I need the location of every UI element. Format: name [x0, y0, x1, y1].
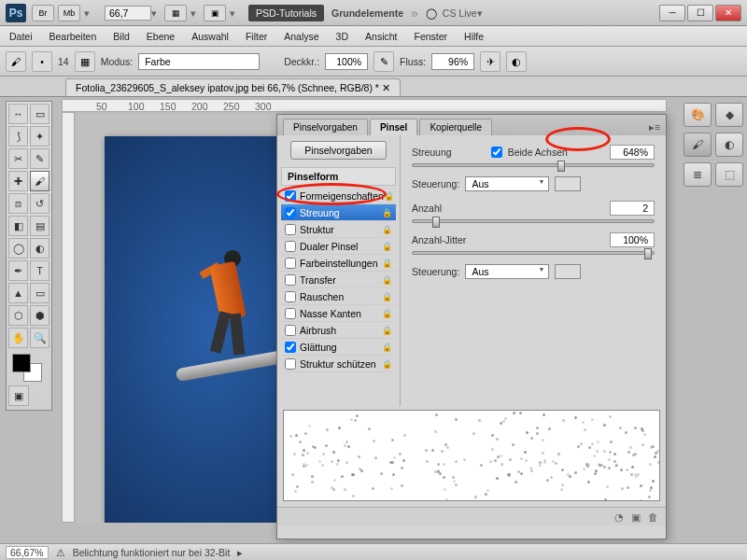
path-select-tool[interactable]: ▲ — [8, 283, 28, 303]
workspace-grundelemente[interactable]: Grundelemente — [331, 7, 403, 19]
count-jitter-value[interactable]: 100% — [610, 232, 655, 247]
pressure-opacity-icon[interactable]: ✎ — [374, 51, 394, 72]
menu-ansicht[interactable]: Ansicht — [365, 31, 397, 42]
option-checkbox[interactable] — [285, 291, 296, 302]
brush-tool-icon[interactable]: 🖌 — [6, 51, 26, 72]
dodge-tool[interactable]: ◐ — [30, 238, 49, 259]
maximize-button[interactable]: ☐ — [687, 5, 713, 21]
hand-tool[interactable]: ✋ — [8, 328, 28, 348]
status-chevron-icon[interactable]: ▸ — [237, 547, 243, 558]
color-swatch[interactable] — [8, 352, 49, 385]
option-checkbox[interactable] — [285, 224, 296, 235]
menu-auswahl[interactable]: Auswahl — [191, 31, 229, 42]
menu-ebene[interactable]: Ebene — [147, 31, 175, 42]
brush-option-nasse-kanten[interactable]: Nasse Kanten🔒 — [281, 305, 396, 322]
opacity-field[interactable]: 100% — [325, 53, 368, 70]
pen-tool[interactable]: ✒ — [8, 260, 28, 281]
menu-3d[interactable]: 3D — [336, 31, 348, 42]
close-tab-icon[interactable]: ✕ — [382, 82, 390, 93]
brush-option-farbeinstellungen[interactable]: Farbeinstellungen🔒 — [281, 255, 396, 272]
menu-bearbeiten[interactable]: Bearbeiten — [49, 31, 97, 42]
move-tool[interactable]: ↔ — [8, 104, 28, 124]
close-button[interactable]: ✕ — [715, 5, 741, 21]
menu-filter[interactable]: Filter — [246, 31, 267, 42]
option-checkbox[interactable] — [285, 207, 296, 218]
brush-preset-picker[interactable]: • — [32, 51, 52, 72]
3d-tool[interactable]: ⬡ — [8, 305, 28, 326]
count-slider[interactable] — [412, 219, 655, 223]
option-checkbox[interactable] — [285, 308, 296, 319]
cslive-label[interactable]: CS Live — [443, 7, 477, 19]
menu-analyse[interactable]: Analyse — [284, 31, 318, 42]
stamp-tool[interactable]: ⧈ — [8, 193, 28, 214]
scatter-control-select[interactable]: Aus — [465, 176, 549, 191]
brush-option-glättung[interactable]: Glättung🔒 — [281, 339, 396, 356]
minimize-button[interactable]: ─ — [659, 5, 685, 21]
brush-presets-button[interactable]: Pinselvorgaben — [290, 141, 386, 160]
shape-tool[interactable]: ▭ — [30, 283, 49, 303]
screen-mode-button[interactable]: ▣ — [204, 5, 226, 21]
menu-hilfe[interactable]: Hilfe — [464, 31, 484, 42]
option-checkbox[interactable] — [285, 258, 296, 269]
jitter-control-select[interactable]: Aus — [465, 264, 549, 279]
brush-option-formeigenschaften[interactable]: Formeigenschaften🔒 — [281, 188, 396, 204]
brush-panel-toggle[interactable]: ▦ — [75, 51, 95, 72]
count-jitter-slider[interactable] — [412, 251, 655, 255]
layers-panel-icon[interactable]: ≣ — [684, 162, 712, 187]
brush-option-dualer-pinsel[interactable]: Dualer Pinsel🔒 — [281, 238, 396, 255]
eraser-tool[interactable]: ◧ — [8, 216, 28, 236]
quickmask-toggle[interactable]: ▣ — [8, 385, 29, 406]
menu-fenster[interactable]: Fenster — [414, 31, 447, 42]
menu-bild[interactable]: Bild — [113, 31, 130, 42]
pressure-size-icon[interactable]: ◐ — [506, 51, 527, 72]
crop-tool[interactable]: ✂ — [8, 148, 28, 169]
airbrush-icon[interactable]: ✈ — [480, 51, 500, 72]
brush-option-streuung[interactable]: Streuung🔒 — [281, 204, 396, 221]
brush-tool[interactable]: 🖌 — [30, 171, 49, 191]
scatter-value[interactable]: 648% — [610, 145, 655, 160]
count-value[interactable]: 2 — [610, 201, 655, 216]
option-checkbox[interactable] — [285, 241, 296, 252]
minibridge-button[interactable]: Mb — [58, 5, 80, 21]
chevron-down-icon[interactable]: ▾ — [230, 7, 243, 19]
brush-option-rauschen[interactable]: Rauschen🔒 — [281, 288, 396, 305]
more-icon[interactable]: » — [411, 6, 418, 21]
brush-tip-shape-header[interactable]: Pinselform — [281, 167, 396, 186]
tab-kopierquelle[interactable]: Kopierquelle — [419, 119, 492, 135]
panel-menu-icon[interactable]: ▸≡ — [643, 119, 666, 135]
workspace-psd-tutorials[interactable]: PSD-Tutorials — [248, 5, 324, 21]
both-axes-checkbox[interactable] — [491, 147, 502, 158]
control-extra-button[interactable] — [555, 176, 581, 191]
brush-panel-icon[interactable]: 🖌 — [684, 133, 712, 157]
paths-panel-icon[interactable]: ⬚ — [715, 162, 743, 187]
status-zoom[interactable]: 66,67% — [6, 546, 49, 559]
zoom-field[interactable]: 66,7 — [105, 6, 151, 21]
option-checkbox[interactable] — [285, 190, 296, 202]
menu-datei[interactable]: Datei — [9, 31, 33, 42]
option-checkbox[interactable] — [285, 342, 296, 353]
history-brush-tool[interactable]: ↺ — [30, 193, 49, 214]
chevron-down-icon[interactable]: ▾ — [477, 7, 490, 19]
arrange-button[interactable]: ▦ — [164, 5, 187, 21]
blend-mode-select[interactable]: Farbe — [138, 53, 260, 70]
blur-tool[interactable]: ◯ — [8, 238, 28, 259]
chevron-down-icon[interactable]: ▾ — [190, 7, 204, 19]
bridge-button[interactable]: Br — [32, 5, 54, 21]
tab-pinsel[interactable]: Pinsel — [370, 119, 417, 135]
brush-option-airbrush[interactable]: Airbrush🔒 — [281, 322, 396, 339]
eyedropper-tool[interactable]: ✎ — [30, 148, 49, 169]
brush-option-struktur-schützen[interactable]: Struktur schützen🔒 — [281, 356, 396, 372]
color-panel-icon[interactable]: 🎨 — [684, 103, 712, 127]
brush-option-transfer[interactable]: Transfer🔒 — [281, 272, 396, 288]
swatches-panel-icon[interactable]: ◆ — [715, 103, 743, 127]
option-checkbox[interactable] — [285, 358, 296, 370]
control2-extra-button[interactable] — [555, 264, 581, 279]
toggle-preview-icon[interactable]: ◔ — [614, 511, 624, 523]
brush-option-struktur[interactable]: Struktur🔒 — [281, 221, 396, 238]
delete-icon[interactable]: 🗑 — [648, 511, 658, 523]
chevron-down-icon[interactable]: ▾ — [84, 7, 97, 19]
marquee-tool[interactable]: ▭ — [30, 104, 49, 124]
3d-camera-tool[interactable]: ⬢ — [30, 305, 49, 326]
tab-pinselvorgaben[interactable]: Pinselvorgaben — [283, 119, 368, 135]
wand-tool[interactable]: ✦ — [30, 126, 49, 147]
